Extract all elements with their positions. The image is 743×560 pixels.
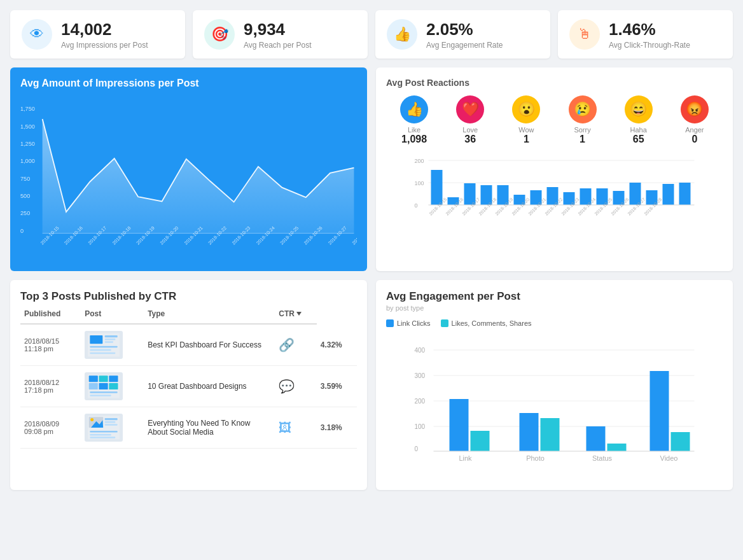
col-published: Published — [20, 304, 81, 324]
svg-text:Status: Status — [592, 454, 613, 462]
haha-value: 65 — [625, 134, 653, 145]
engagement-label: Avg Engagement Rate — [426, 41, 503, 50]
svg-rect-83 — [105, 421, 116, 423]
impressions-chart-title: Avg Amount of Impressions per Post — [20, 78, 357, 89]
svg-rect-85 — [90, 431, 118, 433]
post-thumb-cell — [81, 366, 144, 407]
post-type: 🔗 — [275, 324, 316, 366]
svg-rect-64 — [105, 339, 116, 340]
svg-text:500: 500 — [20, 193, 30, 199]
svg-rect-70 — [89, 375, 98, 382]
post-thumbnail — [85, 372, 123, 400]
wow-label: Wow — [512, 126, 540, 134]
engagement-legend: Link Clicks Likes, Comments, Shares — [386, 319, 723, 327]
col-post: Post — [81, 304, 144, 324]
sorry-label: Sorry — [569, 126, 597, 134]
svg-text:100: 100 — [415, 180, 424, 186]
sorry-emoji: 😢 — [569, 95, 597, 123]
post-title: 10 Great Dashboard Designs — [144, 366, 275, 407]
svg-text:0: 0 — [415, 445, 419, 452]
svg-rect-102 — [587, 426, 606, 451]
anger-emoji: 😡 — [681, 95, 709, 123]
like-value: 1,098 — [400, 134, 428, 145]
reach-label: Avg Reach per Post — [244, 41, 312, 50]
love-value: 36 — [456, 134, 484, 145]
ctr-icon: 🖱 — [569, 19, 600, 50]
ctr-sort-icon[interactable] — [296, 312, 302, 316]
impressions-chart-card: Avg Amount of Impressions per Post 1,750… — [10, 67, 367, 271]
legend-link-clicks: Link Clicks — [386, 319, 431, 327]
post-date: 2018/08/12 17:18 pm — [20, 366, 81, 407]
engagement-title: Avg Engagement per Post — [386, 290, 723, 303]
post-type: 🖼 — [275, 407, 316, 449]
svg-rect-105 — [671, 432, 690, 451]
svg-rect-86 — [90, 434, 111, 436]
svg-rect-77 — [90, 395, 111, 396]
reactions-bar-chart: 200 100 0 — [386, 155, 723, 238]
like-label: Like — [400, 126, 428, 134]
reach-icon: 🎯 — [204, 19, 235, 50]
col-type: Type — [144, 304, 275, 324]
engagement-chart-area: 400 300 200 100 0 — [386, 333, 723, 480]
type-icon-link: 🔗 — [279, 338, 295, 352]
svg-text:0: 0 — [20, 228, 24, 234]
legend-link-clicks-dot — [386, 319, 394, 327]
svg-rect-66 — [90, 346, 118, 348]
reaction-like: 👍 Like 1,098 — [400, 95, 428, 145]
svg-point-81 — [90, 418, 94, 421]
engagement-value: 2.05% — [426, 20, 503, 39]
svg-rect-62 — [90, 335, 103, 344]
reaction-sorry: 😢 Sorry 1 — [569, 95, 597, 145]
post-title: Best KPI Dashboard For Success — [144, 324, 275, 366]
legend-likes: Likes, Comments, Shares — [441, 319, 532, 327]
svg-text:0: 0 — [415, 202, 418, 209]
engagement-icon: 👍 — [387, 19, 417, 50]
svg-rect-76 — [90, 391, 118, 393]
haha-label: Haha — [625, 126, 653, 134]
svg-rect-63 — [105, 335, 118, 337]
svg-rect-100 — [520, 413, 539, 451]
svg-text:Photo: Photo — [526, 454, 545, 462]
impressions-value: 14,002 — [61, 20, 148, 39]
svg-text:Video: Video — [660, 454, 678, 462]
svg-rect-103 — [608, 444, 627, 451]
post-thumb-cell — [81, 407, 144, 449]
stat-impressions: 👁 14,002 Avg Impressions per Post — [10, 10, 185, 59]
post-ctr: 3.59% — [317, 366, 357, 407]
ctr-value: 1.46% — [609, 20, 690, 39]
top-posts-title: Top 3 Posts Published by CTR — [20, 290, 357, 303]
svg-rect-71 — [99, 375, 108, 382]
reactions-card: Avg Post Reactions 👍 Like 1,098 ❤️ Love … — [376, 67, 733, 271]
svg-text:250: 250 — [20, 210, 30, 216]
love-emoji: ❤️ — [456, 95, 484, 123]
anger-label: Anger — [681, 126, 709, 134]
svg-rect-72 — [109, 375, 118, 382]
reaction-love: ❤️ Love 36 — [456, 95, 484, 145]
sorry-value: 1 — [569, 134, 597, 145]
reactions-title: Avg Post Reactions — [386, 78, 723, 88]
post-ctr: 4.32% — [317, 324, 357, 366]
wow-value: 1 — [512, 134, 540, 145]
post-date: 2018/08/09 09:08 pm — [20, 407, 81, 449]
anger-value: 0 — [681, 134, 709, 145]
reactions-row: 👍 Like 1,098 ❤️ Love 36 😮 Wow 1 😢 Sorry … — [386, 95, 723, 145]
svg-text:200: 200 — [415, 158, 424, 164]
post-ctr: 3.18% — [317, 407, 357, 449]
svg-text:300: 300 — [415, 372, 426, 379]
svg-rect-84 — [105, 424, 118, 426]
svg-rect-73 — [89, 383, 98, 389]
post-type: 💬 — [275, 366, 316, 407]
table-row: 2018/08/12 17:18 pm 10 Great Dashboard D… — [20, 366, 357, 407]
svg-text:Link: Link — [459, 454, 472, 462]
svg-text:100: 100 — [415, 423, 426, 430]
table-row: 2018/08/15 11:18 pm Best KPI Dashboard F… — [20, 324, 357, 366]
reaction-wow: 😮 Wow 1 — [512, 95, 540, 145]
svg-rect-30 — [431, 170, 443, 205]
svg-rect-75 — [109, 383, 118, 389]
reaction-anger: 😡 Anger 0 — [681, 95, 709, 145]
stat-engagement: 👍 2.05% Avg Engagement Rate — [375, 10, 550, 59]
reach-value: 9,934 — [244, 20, 312, 39]
stat-reach: 🎯 9,934 Avg Reach per Post — [193, 10, 368, 59]
svg-text:400: 400 — [415, 347, 426, 354]
reactions-bar-svg: 200 100 0 — [386, 155, 723, 238]
